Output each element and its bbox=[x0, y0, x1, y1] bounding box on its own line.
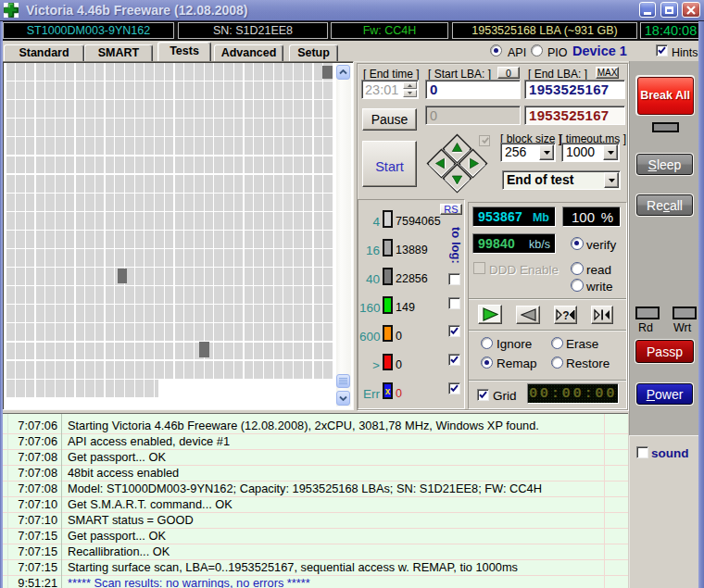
svg-text:?: ? bbox=[562, 309, 569, 322]
